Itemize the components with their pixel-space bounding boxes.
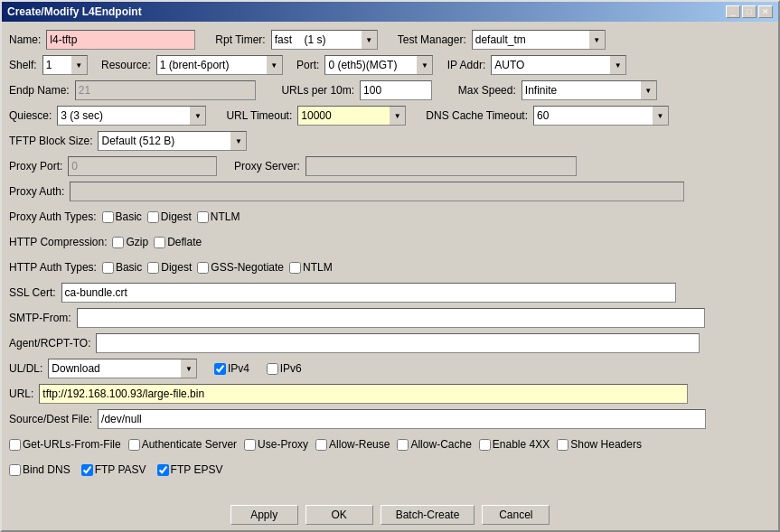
checkbox-ipv4: IPv4 [214, 362, 249, 375]
rpt-timer-label: Rpt Timer: [215, 33, 265, 46]
ul-dl-input[interactable] [48, 359, 181, 378]
cb-http-ntlm[interactable] [289, 262, 301, 274]
checkbox-show-headers: Show Headers [557, 438, 642, 451]
ul-dl-dropdown-btn[interactable]: ▼ [181, 359, 197, 378]
cb-auth-server-label: Authenticate Server [142, 438, 237, 451]
cb-use-proxy[interactable] [244, 439, 256, 451]
checkbox-gss: GSS-Negotiate [197, 261, 284, 274]
ip-addr-combo: ▼ [491, 55, 626, 75]
proxy-server-input[interactable] [305, 156, 577, 176]
cancel-button[interactable]: Cancel [482, 505, 550, 525]
shelf-input[interactable] [42, 55, 71, 75]
endp-name-input[interactable] [75, 80, 256, 100]
row-http-auth-types: HTTP Auth Types: Basic Digest GSS-Negoti… [9, 257, 771, 278]
form-content: Name: Rpt Timer: ▼ Test Manager: ▼ Shelf… [2, 22, 778, 501]
name-input[interactable] [46, 30, 195, 50]
cb-bind-dns[interactable] [9, 464, 21, 476]
apply-button[interactable]: Apply [230, 505, 298, 525]
quiesce-input[interactable] [57, 106, 190, 126]
cb-ntlm-proxy[interactable] [197, 211, 209, 223]
max-speed-input[interactable] [522, 80, 641, 100]
dns-cache-dropdown-btn[interactable]: ▼ [653, 106, 669, 126]
cb-deflate[interactable] [154, 237, 165, 248]
quiesce-dropdown-btn[interactable]: ▼ [190, 106, 206, 126]
ssl-cert-label: SSL Cert: [9, 286, 56, 299]
rpt-timer-dropdown-btn[interactable]: ▼ [362, 30, 378, 50]
resource-dropdown-btn[interactable]: ▼ [267, 55, 283, 75]
ok-button[interactable]: OK [305, 505, 373, 525]
maximize-button[interactable]: □ [742, 5, 757, 18]
shelf-dropdown-btn[interactable]: ▼ [71, 55, 88, 75]
ip-addr-label: IP Addr: [447, 59, 485, 71]
cb-http-digest[interactable] [147, 262, 159, 274]
cb-show-headers-label: Show Headers [570, 438, 642, 451]
cb-gss[interactable] [197, 262, 209, 274]
cb-get-urls[interactable] [9, 439, 21, 451]
test-manager-dropdown-btn[interactable]: ▼ [589, 30, 606, 50]
cb-gzip[interactable] [112, 237, 124, 248]
port-input[interactable] [324, 55, 417, 75]
proxy-port-input[interactable] [68, 156, 217, 176]
cb-show-headers[interactable] [557, 439, 569, 451]
proxy-auth-label: Proxy Auth: [9, 185, 64, 198]
batch-create-button[interactable]: Batch-Create [381, 505, 475, 525]
resource-label: Resource: [101, 59, 151, 71]
ip-addr-dropdown-btn[interactable]: ▼ [610, 55, 626, 75]
checkbox-ntlm-proxy: NTLM [197, 210, 240, 223]
tftp-block-label: TFTP Block Size: [9, 135, 92, 147]
row-url: URL: [9, 383, 771, 405]
urls-per-10m-input[interactable] [360, 80, 432, 100]
checkbox-get-urls: Get-URLs-From-File [9, 438, 121, 451]
test-manager-combo: ▼ [472, 30, 606, 50]
checkbox-digest-proxy: Digest [147, 210, 192, 223]
minimize-button[interactable]: _ [726, 5, 740, 18]
tftp-block-input[interactable] [98, 131, 230, 151]
cb-enable-4xx[interactable] [479, 439, 491, 451]
close-button[interactable]: ✕ [758, 5, 773, 18]
url-input[interactable] [39, 384, 688, 404]
agent-rcpt-input[interactable] [96, 333, 700, 353]
url-timeout-input[interactable] [297, 106, 390, 126]
test-manager-label: Test Manager: [398, 33, 466, 46]
cb-ipv4[interactable] [214, 363, 226, 375]
quiesce-combo: ▼ [57, 106, 206, 126]
cb-ipv6-label: IPv6 [280, 362, 302, 375]
cb-allow-cache[interactable] [397, 439, 409, 451]
tftp-block-dropdown-btn[interactable]: ▼ [230, 131, 247, 151]
checkbox-http-ntlm: NTLM [289, 261, 333, 274]
max-speed-dropdown-btn[interactable]: ▼ [641, 80, 657, 100]
port-dropdown-btn[interactable]: ▼ [417, 55, 433, 75]
agent-rcpt-label: Agent/RCPT-TO: [9, 337, 90, 350]
proxy-auth-input[interactable] [70, 182, 684, 201]
ip-addr-input[interactable] [491, 55, 610, 75]
test-manager-input[interactable] [472, 30, 589, 50]
checkbox-enable-4xx: Enable 4XX [479, 438, 550, 451]
shelf-label: Shelf: [9, 59, 37, 71]
cb-auth-server[interactable] [128, 439, 140, 451]
cb-digest-proxy[interactable] [147, 211, 159, 223]
cb-ftp-epsv[interactable] [157, 464, 169, 476]
checkbox-http-digest: Digest [147, 261, 192, 274]
buttons-row: Apply OK Batch-Create Cancel [2, 505, 778, 530]
row-name: Name: Rpt Timer: ▼ Test Manager: ▼ [9, 29, 771, 51]
urls-per-10m-label: URLs per 10m: [281, 84, 354, 97]
ssl-cert-input[interactable] [61, 283, 676, 303]
checkbox-gzip: Gzip [112, 236, 148, 248]
dns-cache-input[interactable] [533, 106, 653, 126]
url-timeout-dropdown-btn[interactable]: ▼ [390, 106, 406, 126]
cb-ipv6[interactable] [267, 363, 278, 375]
cb-gzip-label: Gzip [126, 236, 148, 248]
port-combo: ▼ [324, 55, 433, 75]
cb-ftp-pasv-label: FTP PASV [95, 463, 146, 476]
cb-http-basic[interactable] [102, 262, 114, 274]
cb-basic-proxy-label: Basic [116, 210, 142, 223]
cb-basic-proxy[interactable] [102, 211, 114, 223]
checkbox-auth-server: Authenticate Server [128, 438, 237, 451]
rpt-timer-input[interactable] [271, 30, 362, 50]
cb-allow-reuse[interactable] [315, 439, 327, 451]
row-http-compression: HTTP Compression: Gzip Deflate [9, 231, 771, 253]
cb-ftp-pasv[interactable] [81, 464, 93, 476]
source-dest-input[interactable] [98, 409, 706, 429]
smtp-from-input[interactable] [77, 308, 705, 328]
resource-input[interactable] [156, 55, 267, 75]
